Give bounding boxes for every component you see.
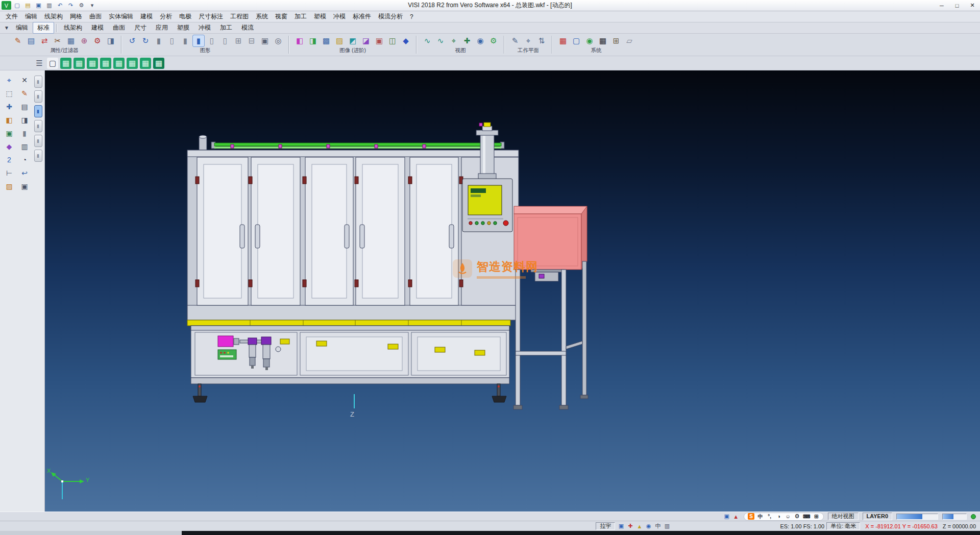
layers-icon[interactable]: ▤ [18, 101, 31, 112]
view-cube-top-icon[interactable]: ▦ [127, 58, 138, 69]
lang-status-icon[interactable]: 中 [654, 523, 662, 530]
menu-item[interactable]: 系统 [252, 11, 272, 22]
ruler-icon[interactable]: ⊢ [3, 167, 15, 179]
color-grid-icon[interactable]: ▦ [557, 35, 569, 46]
layer-label[interactable]: LAYER0 [863, 513, 892, 520]
cylinder-1-icon[interactable]: ▮ [153, 35, 164, 46]
machine-3d-model[interactable] [45, 70, 980, 512]
compare-icon[interactable]: ◫ [387, 35, 398, 46]
dark-grid-icon[interactable]: ▦ [597, 35, 608, 46]
menu-item[interactable]: 电极 [176, 11, 195, 22]
menu-item[interactable]: 标准件 [349, 11, 375, 22]
box-cylinder-icon[interactable]: ⊞ [233, 35, 244, 46]
redraw-icon[interactable]: ↻ [140, 35, 151, 46]
grid-filter-icon[interactable]: ▦ [65, 35, 77, 46]
warn-yellow-icon[interactable]: ▲ [635, 523, 643, 530]
view-cube-bottom-icon[interactable]: ▦ [140, 58, 151, 69]
print-icon[interactable]: ▥ [44, 1, 54, 10]
view-plane-icon[interactable]: ▢ [47, 58, 58, 69]
snap-mode-label[interactable]: 拉宇 [596, 522, 615, 530]
half-square-icon[interactable]: ◨ [105, 35, 116, 46]
undo-tool-icon[interactable]: ↩ [18, 167, 31, 179]
view-cube-front-icon[interactable]: ▦ [74, 58, 85, 69]
calculator-icon[interactable]: ⊞ [610, 35, 622, 46]
undo-icon[interactable]: ↶ [55, 1, 65, 10]
menu-item[interactable]: ? [406, 12, 417, 21]
menu-item[interactable]: 尺寸标注 [195, 11, 227, 22]
box-cylinder-2-icon[interactable]: ⊟ [246, 35, 257, 46]
input-method-bar[interactable]: S中°,◑☺ʘ⌨⊞ [744, 513, 823, 521]
filter-layers-icon[interactable]: ▤ [26, 35, 37, 46]
new-file-icon[interactable]: ▢ [12, 1, 22, 10]
clock-icon[interactable]: ◔ [18, 154, 31, 165]
fullwidth-icon[interactable]: ◑ [775, 513, 782, 520]
minimize-button[interactable]: ─ [934, 0, 949, 11]
menu-item[interactable]: 实体编辑 [105, 11, 137, 22]
close-button[interactable]: ✕ [965, 0, 980, 11]
select-icon[interactable]: ⌖ [3, 75, 15, 86]
diamond-blue-icon[interactable]: ◆ [400, 35, 411, 46]
eye-view-icon[interactable]: ◉ [475, 35, 486, 46]
snapshot-icon[interactable]: ▣ [374, 35, 385, 46]
emoji-icon[interactable]: ☺ [785, 513, 791, 520]
delete-icon[interactable]: ✕ [18, 75, 31, 86]
toolbox-icon[interactable]: ⊞ [813, 513, 820, 520]
move-icon[interactable]: ✚ [3, 101, 15, 112]
menu-item[interactable]: 塑模 [310, 11, 330, 22]
display-toggle-4[interactable]: ▮ [34, 120, 42, 132]
tab-item[interactable]: 模流 [237, 22, 258, 34]
paint-icon[interactable]: ◧ [3, 114, 15, 126]
menu-item[interactable]: 工程图 [227, 11, 252, 22]
copy-icon[interactable]: ▣ [18, 181, 31, 192]
shaded-box-icon[interactable]: ▣ [259, 35, 271, 46]
display-toggle-1[interactable]: ▮ [34, 76, 42, 88]
view-list-icon[interactable]: ☰ [34, 58, 45, 69]
view-cube-left-icon[interactable]: ▦ [100, 58, 111, 69]
save-icon[interactable]: ▣ [34, 1, 43, 10]
tab-item[interactable]: 冲模 [194, 22, 215, 34]
render-green-icon[interactable]: ◨ [307, 35, 318, 46]
material-icon[interactable]: ▨ [334, 35, 345, 46]
redo-icon[interactable]: ↷ [66, 1, 76, 10]
display-toggle-6[interactable]: ▮ [34, 150, 42, 162]
tab-item[interactable]: 建模 [87, 22, 108, 34]
tab-dropdown-icon[interactable]: ▼ [2, 23, 11, 33]
texture-icon[interactable]: ▩ [321, 35, 332, 46]
magnify-gray-icon[interactable]: ◎ [273, 35, 284, 46]
erase-icon[interactable]: ◨ [18, 114, 31, 126]
punctuation-icon[interactable]: °, [766, 513, 773, 520]
notify-red-icon[interactable]: ▲ [732, 513, 740, 520]
cylinder-2-icon[interactable]: ▯ [166, 35, 178, 46]
wave-view-2-icon[interactable]: ∿ [435, 35, 446, 46]
notify-blue-icon[interactable]: ▣ [723, 513, 730, 520]
menu-item[interactable]: 文件 [2, 11, 21, 22]
tab-item[interactable]: 编辑 [11, 22, 33, 34]
tab-item[interactable]: 曲面 [108, 22, 130, 34]
menu-item[interactable]: 加工 [291, 11, 310, 22]
menu-item[interactable]: 编辑 [21, 11, 41, 22]
axis-cross-icon[interactable]: ✚ [461, 35, 473, 46]
display-toggle-5[interactable]: ▮ [34, 135, 42, 147]
menu-item[interactable]: 冲模 [330, 11, 349, 22]
menu-item[interactable]: 网格 [66, 11, 86, 22]
axis-target-icon[interactable]: ⌖ [448, 35, 459, 46]
menu-item[interactable]: 视窗 [272, 11, 291, 22]
wave-view-icon[interactable]: ∿ [422, 35, 433, 46]
maximize-button[interactable]: □ [949, 0, 965, 11]
properties-brush-icon[interactable]: ✎ [12, 35, 23, 46]
display-toggle-2[interactable]: ▮ [34, 90, 42, 103]
settings-icon[interactable]: ⚙ [77, 1, 86, 10]
gear-green-icon[interactable]: ⚙ [488, 35, 499, 46]
light-icon[interactable]: ◪ [360, 35, 372, 46]
menu-item[interactable]: 线架构 [41, 11, 66, 22]
view-cube-back-icon[interactable]: ▦ [87, 58, 98, 69]
viewport-3d[interactable]: 智造资料网 Z Y X [45, 70, 980, 512]
lang-cn-icon[interactable]: 中 [757, 513, 764, 520]
plane-flip-icon[interactable]: ⇅ [536, 35, 547, 46]
alert-red-icon[interactable]: ✚ [626, 523, 634, 530]
purple-tool-icon[interactable]: ◆ [3, 141, 15, 152]
cylinder-5-icon[interactable]: ▯ [219, 35, 231, 46]
cylinder-4-icon[interactable]: ▯ [206, 35, 217, 46]
swap-arrows-icon[interactable]: ⇄ [39, 35, 50, 46]
menu-item[interactable]: 分析 [156, 11, 176, 22]
